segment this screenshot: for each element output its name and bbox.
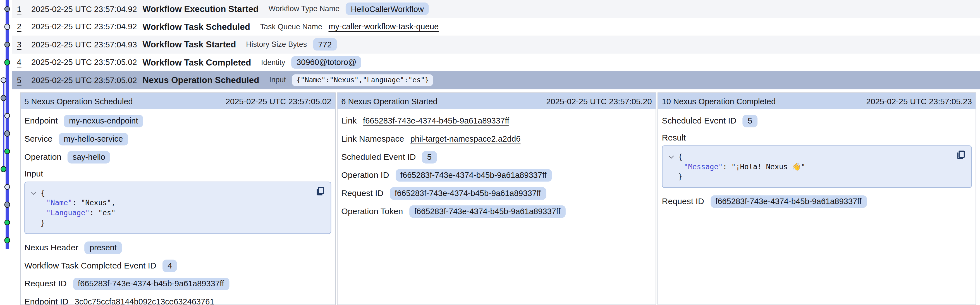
event-id-link[interactable]: 5 — [17, 75, 25, 85]
detail-field-row: Scheduled Event ID5 — [662, 114, 972, 127]
detail-field-row: Endpoint ID3c0c75ccfa8144b092c13ce632463… — [24, 295, 331, 305]
json-key: "Name" — [46, 199, 72, 207]
event-id-link[interactable]: 2 — [17, 22, 25, 32]
event-attribute-badge: 772 — [313, 38, 336, 51]
event-attribute-link[interactable]: my-caller-workflow-task-queue — [329, 22, 439, 32]
event-status-dot — [4, 24, 10, 30]
event-detail-panel: 10 Nexus Operation Completed2025-02-25 U… — [657, 92, 976, 305]
field-value-badge: 5 — [743, 115, 757, 127]
event-status-dot — [4, 59, 10, 65]
field-value-badge: f665283f-743e-4374-b45b-9a61a89337ff — [409, 205, 566, 218]
field-value-badge: my-nexus-endpoint — [64, 115, 143, 127]
timeline-main-line — [6, 0, 9, 249]
panel-timestamp: 2025-02-25 UTC 23:57:05.20 — [546, 96, 652, 106]
event-timestamp: 2025-02-25 UTC 23:57:04.93 — [31, 40, 142, 49]
detail-field-row: Servicemy-hello-service — [24, 133, 331, 145]
event-attribute-badge: 30960@totoro@ — [291, 56, 361, 69]
panel-body: Linkf665283f-743e-4374-b45b-9a61a89337ff… — [337, 109, 655, 218]
event-status-dot — [4, 220, 10, 225]
json-key: "Message" — [684, 162, 722, 171]
field-value-badge: say-hello — [68, 151, 110, 163]
field-value-badge: my-hello-service — [59, 133, 128, 145]
event-status-dot — [4, 41, 10, 47]
event-name: Workflow Task Started — [142, 40, 236, 50]
event-attribute-label: Identity — [261, 58, 285, 66]
field-label: Endpoint ID — [24, 297, 68, 305]
field-value-badge: present — [84, 241, 122, 254]
field-label: Link Namespace — [341, 134, 404, 144]
field-label: Operation — [24, 152, 61, 162]
event-timestamp: 2025-02-25 UTC 23:57:04.92 — [31, 4, 142, 14]
field-label: Nexus Header — [24, 243, 78, 252]
detail-field-row: Request IDf665283f-743e-4374-b45b-9a61a8… — [341, 186, 652, 200]
field-value-badge: f665283f-743e-4374-b45b-9a61a89337ff — [73, 277, 229, 290]
timeline-branch-line — [3, 80, 4, 169]
copy-icon[interactable] — [315, 186, 326, 196]
event-attribute-label: History Size Bytes — [246, 40, 307, 49]
event-attribute-label: Input — [269, 76, 286, 84]
event-status-dot — [4, 6, 10, 12]
event-detail-panels: 5 Nexus Operation Scheduled2025-02-25 UT… — [20, 92, 976, 305]
json-code-block: {"Name": "Nexus","Language": "es"} — [24, 182, 331, 234]
event-status-dot — [4, 148, 10, 154]
field-label: Request ID — [24, 279, 67, 289]
copy-icon[interactable] — [956, 150, 966, 160]
event-status-dot — [4, 184, 10, 190]
event-status-dot — [4, 202, 10, 207]
panel-body: Endpointmy-nexus-endpointServicemy-hello… — [21, 109, 335, 305]
event-history-table: 12025-02-25 UTC 23:57:04.92Workflow Exec… — [12, 0, 980, 89]
event-history-view: 12025-02-25 UTC 23:57:04.92Workflow Exec… — [0, 0, 980, 305]
event-row[interactable]: 12025-02-25 UTC 23:57:04.92Workflow Exec… — [12, 0, 980, 18]
event-row[interactable]: 22025-02-25 UTC 23:57:04.92Workflow Task… — [12, 18, 980, 36]
event-timestamp: 2025-02-25 UTC 23:57:05.02 — [31, 58, 142, 67]
event-attribute-label: Workflow Type Name — [269, 5, 339, 13]
field-label: Workflow Task Completed Event ID — [24, 261, 156, 270]
detail-field-row: Operation Tokenf665283f-743e-4374-b45b-9… — [341, 205, 652, 218]
code-line: { — [669, 152, 965, 162]
event-row[interactable]: 52025-02-25 UTC 23:57:05.02Nexus Operati… — [12, 71, 980, 89]
event-status-dot — [0, 95, 6, 101]
detail-field-row: Workflow Task Completed Event ID4 — [24, 259, 331, 272]
field-label: Request ID — [662, 196, 704, 206]
event-status-dot — [0, 166, 6, 172]
event-status-dot — [4, 131, 10, 136]
detail-field-row: Endpointmy-nexus-endpoint — [24, 114, 331, 127]
field-value-badge: 4 — [162, 259, 177, 272]
event-name: Workflow Execution Started — [142, 4, 259, 14]
code-line: "Language": "es" — [31, 208, 325, 218]
json-code-block: {"Message": "¡Hola! Nexus 👋"} — [662, 145, 972, 188]
detail-field-row: Request IDf665283f-743e-4374-b45b-9a61a8… — [662, 194, 972, 208]
event-status-dot — [4, 237, 10, 243]
event-row[interactable]: 42025-02-25 UTC 23:57:05.02Workflow Task… — [12, 53, 980, 71]
event-detail-panel-header: 5 Nexus Operation Scheduled2025-02-25 UT… — [21, 93, 335, 109]
field-label: Operation ID — [341, 170, 389, 180]
detail-field-row: Operationsay-hello — [24, 150, 331, 163]
field-label: Request ID — [341, 188, 383, 198]
field-label: Input — [24, 169, 331, 179]
event-id-link[interactable]: 1 — [17, 4, 25, 14]
field-label: Endpoint — [24, 116, 57, 125]
event-id-link[interactable]: 3 — [17, 40, 25, 49]
collapse-chevron-icon[interactable] — [31, 190, 36, 195]
field-value-link[interactable]: 3c0c75ccfa8144b092c13ce632463761 — [75, 297, 215, 305]
event-detail-panel-header: 6 Nexus Operation Started2025-02-25 UTC … — [337, 93, 655, 109]
code-line: "Message": "¡Hola! Nexus 👋" — [669, 162, 965, 172]
detail-field-row: Request IDf665283f-743e-4374-b45b-9a61a8… — [24, 277, 331, 290]
field-label: Link — [341, 116, 356, 125]
event-timestamp: 2025-02-25 UTC 23:57:04.92 — [31, 22, 142, 32]
collapse-chevron-icon[interactable] — [669, 153, 674, 159]
code-line: } — [31, 218, 325, 228]
field-value-link[interactable]: f665283f-743e-4374-b45b-9a61a89337ff — [363, 116, 509, 125]
panel-body: Scheduled Event ID5Result{"Message": "¡H… — [658, 109, 975, 208]
event-attribute-label: Task Queue Name — [260, 22, 322, 31]
event-row[interactable]: 32025-02-25 UTC 23:57:04.93Workflow Task… — [12, 36, 980, 54]
field-value-badge: f665283f-743e-4374-b45b-9a61a89337ff — [710, 195, 867, 208]
field-label: Result — [662, 133, 972, 142]
field-value-link[interactable]: phil-target-namespace2.a2dd6 — [410, 134, 521, 144]
panel-timestamp: 2025-02-25 UTC 23:57:05.02 — [226, 96, 331, 106]
event-graph-timeline — [0, 0, 12, 305]
event-id-link[interactable]: 4 — [17, 58, 25, 67]
event-detail-panel: 5 Nexus Operation Scheduled2025-02-25 UT… — [20, 92, 336, 305]
detail-field-row: Linkf665283f-743e-4374-b45b-9a61a89337ff — [341, 114, 652, 127]
field-label: Service — [24, 134, 52, 144]
